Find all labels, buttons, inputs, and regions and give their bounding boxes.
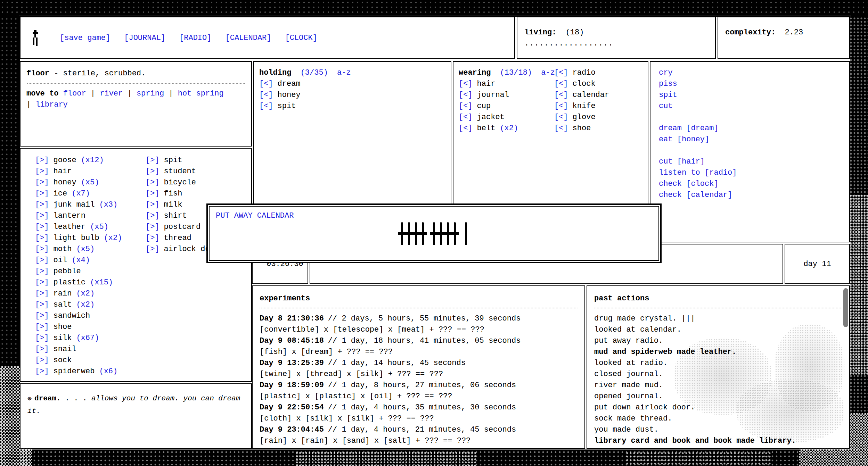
calendar-button[interactable]: [CALENDAR]: [225, 34, 271, 42]
item-name[interactable]: hair: [477, 80, 496, 88]
wearing-sort-link[interactable]: a-z: [541, 68, 555, 77]
item-name[interactable]: bicycle: [164, 178, 196, 187]
item-name[interactable]: hair: [54, 167, 72, 176]
item-name[interactable]: ice: [54, 189, 67, 198]
take-icon[interactable]: [>]: [35, 289, 49, 298]
item-name[interactable]: milk: [164, 200, 182, 209]
action-cut[interactable]: cut: [659, 102, 673, 110]
take-icon[interactable]: [>]: [35, 345, 49, 353]
take-icon[interactable]: [>]: [35, 156, 49, 165]
item-name[interactable]: shirt: [164, 211, 187, 220]
take-icon[interactable]: [>]: [35, 167, 49, 176]
item-name[interactable]: silk: [54, 334, 72, 342]
item-name[interactable]: clock: [573, 80, 596, 88]
move-to-river[interactable]: river: [100, 89, 123, 98]
take-icon[interactable]: [>]: [35, 356, 49, 365]
take-icon[interactable]: [>]: [35, 311, 49, 320]
item-name[interactable]: knife: [573, 102, 596, 110]
take-icon[interactable]: [>]: [35, 334, 49, 342]
take-icon[interactable]: [>]: [35, 211, 49, 220]
take-icon[interactable]: [>]: [35, 256, 49, 265]
putback-icon[interactable]: [<]: [459, 91, 473, 99]
item-name[interactable]: fish: [164, 189, 182, 198]
putback-icon[interactable]: [<]: [259, 80, 273, 88]
putback-icon[interactable]: [<]: [459, 124, 473, 133]
item-name[interactable]: cup: [477, 102, 491, 110]
putback-icon[interactable]: [<]: [554, 91, 568, 99]
item-name[interactable]: journal: [477, 91, 509, 99]
item-name[interactable]: spit: [164, 156, 182, 165]
putback-icon[interactable]: [<]: [554, 68, 568, 77]
item-name[interactable]: jacket: [477, 113, 505, 122]
scrollbar-thumb[interactable]: [843, 288, 848, 327]
item-name[interactable]: oil: [54, 256, 67, 265]
action-cut-hair[interactable]: cut [hair]: [659, 157, 705, 166]
item-name[interactable]: goose: [54, 156, 76, 165]
item-name[interactable]: shoe: [573, 124, 591, 133]
move-to-hot-spring[interactable]: hot spring: [178, 89, 224, 98]
putback-icon[interactable]: [<]: [554, 80, 568, 88]
putback-icon[interactable]: [<]: [459, 102, 473, 110]
take-icon[interactable]: [>]: [35, 367, 49, 376]
item-name[interactable]: light bulb: [54, 234, 99, 242]
take-icon[interactable]: [>]: [35, 234, 49, 242]
save-game-button[interactable]: [save game]: [60, 34, 110, 42]
item-name[interactable]: thread: [164, 234, 191, 242]
item-name[interactable]: dream: [278, 80, 301, 88]
action-cry[interactable]: cry: [659, 68, 673, 77]
item-name[interactable]: shoe: [54, 323, 72, 331]
journal-button[interactable]: [JOURNAL]: [124, 34, 165, 42]
move-to-spring[interactable]: spring: [137, 89, 164, 98]
putback-icon[interactable]: [<]: [459, 113, 473, 122]
item-name[interactable]: leather: [54, 223, 85, 231]
item-name[interactable]: snail: [54, 345, 76, 353]
take-icon[interactable]: [>]: [35, 323, 49, 331]
take-icon[interactable]: [>]: [35, 223, 49, 231]
action-dream-dream[interactable]: dream [dream]: [659, 124, 719, 133]
putback-icon[interactable]: [<]: [459, 80, 473, 88]
take-icon[interactable]: [>]: [35, 189, 49, 198]
take-icon[interactable]: [>]: [146, 156, 159, 165]
take-icon[interactable]: [>]: [35, 200, 49, 209]
take-icon[interactable]: [>]: [146, 200, 159, 209]
item-name[interactable]: spit: [278, 102, 296, 110]
putback-icon[interactable]: [<]: [554, 102, 568, 110]
item-name[interactable]: sandwich: [54, 311, 90, 320]
putback-icon[interactable]: [<]: [259, 102, 273, 110]
take-icon[interactable]: [>]: [146, 245, 159, 253]
action-check-clock[interactable]: check [clock]: [659, 180, 719, 188]
item-name[interactable]: radio: [573, 68, 596, 77]
item-name[interactable]: lantern: [54, 211, 85, 220]
item-name[interactable]: plastic: [54, 278, 85, 287]
move-to-library[interactable]: library: [35, 100, 67, 109]
take-icon[interactable]: [>]: [35, 278, 49, 287]
item-name[interactable]: junk mail: [54, 200, 95, 209]
item-name[interactable]: rain: [54, 289, 72, 298]
action-piss[interactable]: piss: [659, 80, 677, 88]
item-name[interactable]: student: [164, 167, 196, 176]
putback-icon[interactable]: [<]: [554, 113, 568, 122]
item-name[interactable]: postcard: [164, 223, 201, 231]
holding-sort-link[interactable]: a-z: [337, 68, 351, 77]
putback-icon[interactable]: [<]: [554, 124, 568, 133]
take-icon[interactable]: [>]: [35, 267, 49, 276]
item-name[interactable]: pebble: [54, 267, 81, 276]
putback-icon[interactable]: [<]: [259, 91, 273, 99]
item-name[interactable]: sock: [54, 356, 72, 365]
item-name[interactable]: moth: [54, 245, 72, 253]
take-icon[interactable]: [>]: [35, 178, 49, 187]
move-to-floor[interactable]: floor: [63, 89, 86, 98]
take-icon[interactable]: [>]: [146, 178, 159, 187]
item-name[interactable]: salt: [54, 300, 72, 309]
item-name[interactable]: glove: [573, 113, 596, 122]
take-icon[interactable]: [>]: [146, 167, 159, 176]
take-icon[interactable]: [>]: [35, 245, 49, 253]
radio-button[interactable]: [RADIO]: [179, 34, 211, 42]
action-check-calendar[interactable]: check [calendar]: [659, 191, 732, 199]
take-icon[interactable]: [>]: [146, 223, 159, 231]
clock-button[interactable]: [CLOCK]: [285, 34, 317, 42]
item-name[interactable]: calendar: [573, 91, 609, 99]
action-eat-honey[interactable]: eat [honey]: [659, 135, 709, 144]
item-name[interactable]: honey: [54, 178, 76, 187]
action-spit[interactable]: spit: [659, 91, 677, 99]
